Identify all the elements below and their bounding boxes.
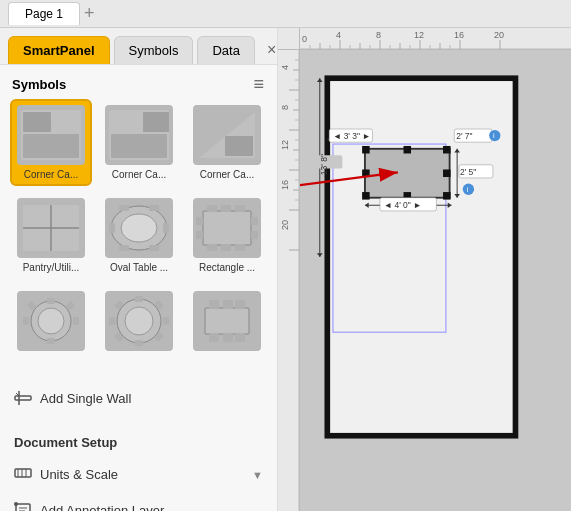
svg-rect-54 bbox=[235, 333, 245, 342]
symbol-rectangle[interactable]: Rectangle ... bbox=[186, 192, 268, 279]
symbol-oval[interactable]: Oval Table ... bbox=[98, 192, 180, 279]
svg-rect-18 bbox=[149, 245, 159, 251]
symbol-roundtable2[interactable] bbox=[98, 285, 180, 361]
svg-rect-29 bbox=[251, 231, 258, 239]
svg-rect-57 bbox=[15, 469, 31, 477]
svg-text:4: 4 bbox=[280, 65, 290, 70]
svg-rect-121 bbox=[362, 146, 370, 154]
svg-rect-25 bbox=[235, 244, 245, 251]
add-wall-icon bbox=[14, 389, 32, 407]
symbol-pantry-label: Pantry/Utili... bbox=[16, 262, 86, 273]
svg-text:16: 16 bbox=[280, 180, 290, 190]
svg-point-148 bbox=[463, 184, 474, 195]
symbol-corner3-preview bbox=[193, 105, 261, 165]
svg-text:8: 8 bbox=[280, 105, 290, 110]
vertical-ruler: 4 8 12 16 20 bbox=[278, 50, 300, 511]
horizontal-ruler: 0 4 8 12 16 20 bbox=[278, 28, 571, 50]
add-wall-label: Add Single Wall bbox=[40, 391, 131, 406]
svg-text:2' 5": 2' 5" bbox=[460, 167, 476, 177]
symbol-corner3-label: Corner Ca... bbox=[192, 169, 262, 180]
symbols-header: Symbols ≡ bbox=[0, 65, 277, 99]
symbols-title: Symbols bbox=[12, 77, 66, 92]
svg-text:13' 8": 13' 8" bbox=[319, 154, 329, 175]
svg-rect-26 bbox=[196, 217, 203, 225]
symbol-corner1[interactable]: Corner Ca... bbox=[10, 99, 92, 186]
svg-rect-33 bbox=[47, 338, 55, 344]
svg-text:2' 7": 2' 7" bbox=[456, 131, 472, 141]
svg-rect-52 bbox=[209, 333, 219, 342]
symbol-corner3[interactable]: Corner Ca... bbox=[186, 99, 268, 186]
canvas-content: ◄ 3' 3" ► 2' 7" i ◄ 4' 0" ► 2' 5" bbox=[300, 50, 571, 511]
symbol-oval-preview bbox=[105, 198, 173, 258]
units-scale-icon bbox=[14, 464, 32, 485]
svg-rect-19 bbox=[203, 211, 251, 245]
svg-rect-50 bbox=[223, 300, 233, 309]
symbol-roundtable1-preview bbox=[17, 291, 85, 351]
svg-rect-42 bbox=[109, 317, 115, 325]
svg-rect-34 bbox=[23, 317, 29, 325]
svg-rect-24 bbox=[221, 244, 231, 251]
svg-rect-7 bbox=[225, 136, 253, 156]
add-page-button[interactable]: + bbox=[84, 3, 95, 24]
svg-rect-22 bbox=[235, 205, 245, 212]
symbol-pantry[interactable]: Pantry/Utili... bbox=[10, 192, 92, 279]
symbol-roundtable1[interactable] bbox=[10, 285, 92, 361]
left-panel: SmartPanel Symbols Data × Symbols ≡ bbox=[0, 28, 278, 511]
panel-tabs: SmartPanel Symbols Data × bbox=[0, 28, 277, 65]
symbol-smallrect[interactable] bbox=[186, 285, 268, 361]
svg-text:◄ 4' 0" ►: ◄ 4' 0" ► bbox=[384, 200, 422, 210]
svg-rect-16 bbox=[149, 205, 159, 211]
svg-rect-53 bbox=[223, 333, 233, 342]
svg-rect-41 bbox=[135, 340, 143, 346]
symbol-smallrect-preview bbox=[193, 291, 261, 351]
svg-text:4: 4 bbox=[336, 30, 341, 40]
canvas-area: 0 4 8 12 16 20 bbox=[278, 28, 571, 511]
svg-rect-4 bbox=[143, 112, 169, 132]
svg-rect-43 bbox=[163, 317, 169, 325]
tab-smartpanel[interactable]: SmartPanel bbox=[8, 36, 110, 64]
svg-text:8: 8 bbox=[376, 30, 381, 40]
svg-rect-40 bbox=[135, 296, 143, 302]
svg-rect-27 bbox=[196, 231, 203, 239]
svg-text:0: 0 bbox=[302, 34, 307, 44]
svg-rect-21 bbox=[221, 205, 231, 212]
svg-rect-13 bbox=[109, 223, 115, 233]
page-1-tab[interactable]: Page 1 bbox=[8, 2, 80, 25]
svg-rect-35 bbox=[73, 317, 79, 325]
svg-rect-23 bbox=[207, 244, 217, 251]
symbol-corner2[interactable]: Corner Ca... bbox=[98, 99, 180, 186]
symbol-oval-label: Oval Table ... bbox=[104, 262, 174, 273]
tab-symbols[interactable]: Symbols bbox=[114, 36, 194, 64]
svg-text:20: 20 bbox=[494, 30, 504, 40]
symbol-pantry-preview bbox=[17, 198, 85, 258]
symbol-corner1-label: Corner Ca... bbox=[16, 169, 86, 180]
tab-data[interactable]: Data bbox=[197, 36, 254, 64]
units-scale-item[interactable]: Units & Scale ▼ bbox=[0, 456, 277, 493]
symbols-menu-icon[interactable]: ≡ bbox=[253, 75, 265, 93]
svg-text:20: 20 bbox=[280, 220, 290, 230]
svg-rect-32 bbox=[47, 298, 55, 304]
add-wall-button[interactable]: Add Single Wall bbox=[0, 379, 277, 417]
symbol-roundtable2-preview bbox=[105, 291, 173, 351]
svg-rect-55 bbox=[15, 396, 31, 400]
symbol-corner2-label: Corner Ca... bbox=[104, 169, 174, 180]
symbol-corner1-preview bbox=[17, 105, 85, 165]
panel-close-button[interactable]: × bbox=[259, 37, 278, 63]
svg-rect-15 bbox=[119, 205, 129, 211]
svg-rect-17 bbox=[119, 245, 129, 251]
svg-point-136 bbox=[489, 130, 500, 141]
add-annotation-icon bbox=[14, 501, 32, 511]
symbol-rectangle-label: Rectangle ... bbox=[192, 262, 262, 273]
symbol-corner2-preview bbox=[105, 105, 173, 165]
add-annotation-item[interactable]: Add Annotation Layer bbox=[0, 493, 277, 511]
svg-point-31 bbox=[38, 308, 64, 334]
svg-rect-1 bbox=[23, 112, 51, 132]
svg-rect-28 bbox=[251, 217, 258, 225]
svg-point-12 bbox=[121, 214, 157, 242]
svg-point-64 bbox=[14, 502, 18, 506]
svg-rect-120 bbox=[365, 149, 450, 198]
svg-rect-20 bbox=[207, 205, 217, 212]
svg-rect-48 bbox=[205, 308, 249, 334]
svg-rect-123 bbox=[443, 146, 451, 154]
add-annotation-label: Add Annotation Layer bbox=[40, 503, 164, 512]
